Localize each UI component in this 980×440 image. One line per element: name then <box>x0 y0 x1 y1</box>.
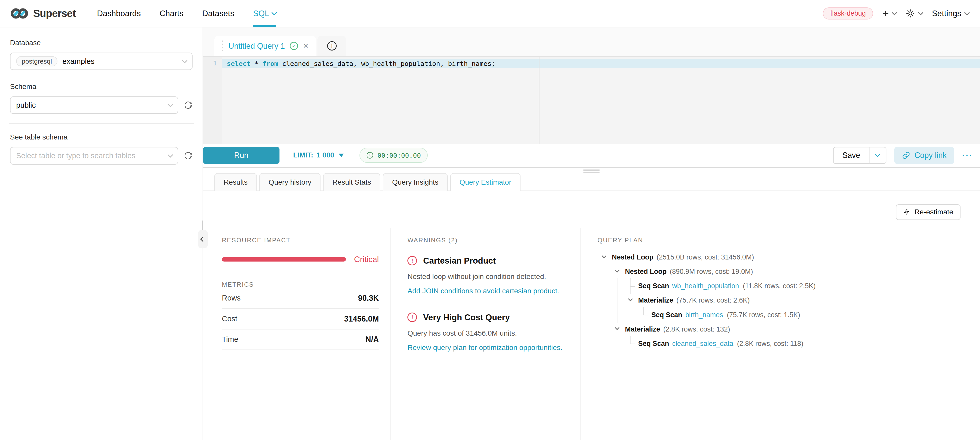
app-header: Superset Dashboards Charts Datasets SQL … <box>0 0 980 27</box>
editor-toolbar: Run LIMIT: 1 000 00:00:00.00 Save <box>203 144 980 167</box>
tree-line <box>611 293 624 308</box>
tree-line <box>611 308 624 322</box>
settings-label: Settings <box>932 9 961 18</box>
chevron-down-icon <box>168 102 173 107</box>
editor-code-area[interactable]: select * from cleaned_sales_data, wb_hea… <box>222 57 980 144</box>
line-number: 1 <box>213 59 217 67</box>
nav-item-charts[interactable]: Charts <box>159 0 183 27</box>
nav-item-dashboards[interactable]: Dashboards <box>97 0 141 27</box>
sql-editor[interactable]: 1 select * from cleaned_sales_data, wb_h… <box>203 56 980 144</box>
caret-down-icon[interactable] <box>624 293 637 308</box>
caret-down-icon[interactable] <box>611 322 624 337</box>
run-query-button[interactable]: Run <box>203 147 279 164</box>
database-engine-tag: postgresql <box>16 56 57 67</box>
save-dropdown-button[interactable] <box>869 148 886 163</box>
limit-label: LIMIT: <box>293 151 313 159</box>
chevron-down-icon <box>964 10 969 15</box>
settings-menu-button[interactable]: Settings <box>932 9 969 18</box>
table-link[interactable]: cleaned_sales_data <box>672 340 733 348</box>
exclamation-circle-icon: ! <box>407 313 417 322</box>
theme-menu-button[interactable] <box>906 9 923 18</box>
table-link[interactable]: wb_health_population <box>672 282 739 290</box>
tab-query-estimator[interactable]: Query Estimator <box>450 173 521 191</box>
warning-cartesian-product: ! Cartesian Product Nested loop without … <box>407 256 570 295</box>
more-actions-button[interactable]: ··· <box>962 151 973 160</box>
tab-query-history[interactable]: Query history <box>259 173 320 191</box>
database-value: examples <box>62 57 94 66</box>
new-menu-button[interactable]: + <box>883 8 896 19</box>
warning-suggestion-link[interactable]: Review query plan for optimization oppor… <box>407 343 562 352</box>
link-icon <box>902 151 910 159</box>
schema-select[interactable]: public <box>10 97 178 114</box>
print-margin-line <box>539 57 539 144</box>
caret-down-icon[interactable] <box>611 265 624 279</box>
caret-down-icon[interactable] <box>597 250 611 265</box>
query-tabstrip: Untitled Query 1 ✓ ✕ + <box>203 27 980 56</box>
divider <box>9 174 194 174</box>
database-select[interactable]: postgresql examples <box>10 52 192 70</box>
table-select[interactable]: Select table or type to search tables <box>10 147 178 164</box>
tab-results[interactable]: Results <box>214 173 257 191</box>
add-query-tab-button[interactable]: + <box>317 36 346 56</box>
tree-last-connector <box>624 337 637 351</box>
results-tabs: Results Query history Result Stats Query… <box>203 173 980 191</box>
save-split-button: Save <box>833 147 886 164</box>
tab-result-stats[interactable]: Result Stats <box>323 173 380 191</box>
copy-link-label: Copy link <box>914 151 947 160</box>
metrics-header: METRICS <box>222 281 379 288</box>
query-timer: 00:00:00.00 <box>360 148 428 163</box>
warning-suggestion-link[interactable]: Add JOIN conditions to avoid cartesian p… <box>407 287 559 295</box>
exclamation-circle-icon: ! <box>407 256 417 265</box>
clock-icon <box>366 151 374 159</box>
query-success-icon: ✓ <box>290 42 298 50</box>
warning-description: Nested loop without join condition detec… <box>407 273 570 281</box>
limit-value: 1 000 <box>317 151 334 159</box>
database-label: Database <box>10 39 192 47</box>
pane-splitter[interactable] <box>203 167 980 173</box>
reestimate-button[interactable]: Re-estimate <box>896 204 961 220</box>
header-right: flask-debug + Settings <box>823 0 980 27</box>
nav-item-sql[interactable]: SQL <box>253 0 276 27</box>
refresh-schemas-icon[interactable] <box>184 101 192 110</box>
metric-row-cost: Cost 31456.0M <box>222 309 379 329</box>
close-tab-icon[interactable]: ✕ <box>303 42 309 50</box>
sqllab-main-panel: Untitled Query 1 ✓ ✕ + 1 select * from c… <box>203 27 980 440</box>
sql-code-line[interactable]: select * from cleaned_sales_data, wb_hea… <box>222 59 980 68</box>
caret-down-icon <box>339 154 344 157</box>
chevron-down-icon <box>918 10 923 15</box>
collapse-panel-button[interactable] <box>198 230 208 248</box>
tab-query-insights[interactable]: Query Insights <box>383 173 448 191</box>
query-plan-tree: Nested Loop (2515.0B rows, cost: 31456.0… <box>597 250 980 351</box>
plus-circle-icon: + <box>327 41 337 51</box>
refresh-tables-icon[interactable] <box>184 151 192 160</box>
resource-impact-header: RESOURCE IMPACT <box>222 237 379 244</box>
chevron-down-icon <box>272 10 277 15</box>
warning-description: Query has cost of 31456.0M units. <box>407 329 570 337</box>
plan-node: Seq Scan wb_health_population (11.8K row… <box>597 279 980 293</box>
drag-handle-icon[interactable] <box>222 41 223 52</box>
save-button[interactable]: Save <box>834 148 869 163</box>
query-estimator-panel: Re-estimate RESOURCE IMPACT Critical MET… <box>203 191 980 440</box>
plan-node: Materialize (75.7K rows, cost: 2.6K) <box>597 293 980 308</box>
nav-item-datasets[interactable]: Datasets <box>202 0 234 27</box>
lightning-icon <box>903 208 910 216</box>
metric-row-time: Time N/A <box>222 329 379 350</box>
schema-label: Schema <box>10 83 192 91</box>
query-plan-section: QUERY PLAN Nested Loop (2515.0B rows, co… <box>581 228 980 440</box>
divider <box>9 123 194 124</box>
limit-dropdown[interactable]: LIMIT: 1 000 <box>293 151 344 159</box>
resource-impact-section: RESOURCE IMPACT Critical METRICS Rows 90… <box>203 228 390 440</box>
splitter-grip-icon[interactable] <box>583 170 600 175</box>
warnings-section: WARNINGS (2) ! Cartesian Product Nested … <box>390 228 581 440</box>
superset-logo[interactable]: Superset <box>10 0 76 27</box>
impact-level: Critical <box>354 255 379 264</box>
plan-node: Nested Loop (2515.0B rows, cost: 31456.0… <box>597 250 980 265</box>
chevron-down-icon <box>168 152 173 158</box>
table-link[interactable]: birth_names <box>686 311 723 319</box>
chevron-down-icon <box>892 10 897 15</box>
plus-icon: + <box>883 8 889 19</box>
impact-progress-bar <box>222 257 346 262</box>
query-tab[interactable]: Untitled Query 1 ✓ ✕ <box>214 36 316 56</box>
brand-name: Superset <box>33 8 76 19</box>
copy-link-button[interactable]: Copy link <box>894 147 954 164</box>
